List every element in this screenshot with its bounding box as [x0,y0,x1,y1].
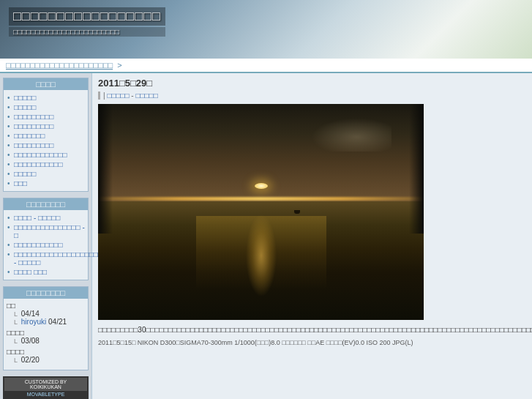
entry-date: 2011□5□29□ [98,78,532,89]
category-item[interactable]: □□□□□□□□□ [7,122,85,131]
category-item[interactable]: □□□□□□□□□ [7,141,85,150]
site-header: □□□□□□□□□□□□□□□□□ □□□□□□□□□□□□□□□□□□□□□□… [0,0,532,59]
recent-entries-title: □□□□□□□□ [4,198,88,210]
comment-2-date: 03/08 [21,337,40,345]
photo-boat [294,210,300,214]
recent-entry-item[interactable]: □□□□□□□□□□□□□□□□□□□□□□□□ - □□□□□ [7,250,85,267]
category-item[interactable]: □□□□□□□□□ [7,112,85,122]
recent-entry-item[interactable]: □□□□□□□□□□□□□□□ - □ [7,223,85,240]
comment-3-text: □□□□ [7,348,24,356]
photo-clouds [304,115,391,152]
recent-entries-list: □□□□ - □□□□□□□□□□□□□□□□□□□□ - □□□□□□□□□□… [7,213,85,277]
entry-description: □□□□□□□□□30□□□□□□□□□□□□□□□□□□□□□□□□□□□□□… [98,324,532,335]
site-subtitle: □□□□□□□□□□□□□□□□□□□□□□□□ [9,27,165,37]
category-item[interactable]: □□□□□ [7,169,85,179]
entry-nav: | □□□□□ - □□□□□ [98,92,532,100]
comment-1-sub1: 04/14 [14,310,85,318]
categories-box: □□□□ □□□□□□□□□□□□□□□□□□□□□□□□□□□□□□□□□□□… [3,78,89,192]
comment-1: □□ 04/14 hiroyuki 04/21 [7,302,85,326]
category-item[interactable]: □□□ [7,179,85,188]
comment-3-date: 02/20 [21,356,40,364]
navbar: □□□□□□□□□□□□□□□□□□□□□□ > [0,59,532,73]
comment-3-sub1: 02/20 [14,356,85,364]
photo-sun [255,183,268,189]
comment-2-sub1: 03/08 [14,337,85,345]
recent-entry-item[interactable]: □□□□□□□□□□□ [7,240,85,250]
category-item[interactable]: □□□□□□□ [7,131,85,141]
comment-1-sub1-text: 04/14 [21,310,40,318]
recent-comments-title: □□□□□□□□ [4,287,88,299]
photo-trees-left [98,104,113,234]
comment-1-text: □□ [7,302,15,310]
categories-title: □□□□ [4,78,88,90]
photo-trees-right [409,104,424,234]
mt-badge: CUSTOMIZED BYKOIKIKUKAN MOVABLETYPE [3,376,89,399]
main-content: 2011□5□29□ | □□□□□ - □□□□□ □□□□□□□□□30□□… [91,73,532,399]
comment-1-sub2-date: 04/21 [48,318,67,326]
entry-meta: 2011□5□15□ NIKON D300□SIGMA70-300mm 1/10… [98,338,532,348]
breadcrumb-sep: > [117,61,121,70]
photo-reflection-wide [196,216,326,289]
comment-1-sub2: hiroyuki 04/21 [14,318,85,326]
comment-3: □□□□ 02/20 [7,348,85,364]
category-item[interactable]: □□□□□□□□□□□□ [7,150,85,160]
comment-1-author: hiroyuki [21,318,46,326]
entry-photo [98,104,424,320]
comment-2: □□□□ 03/08 [7,329,85,345]
prev-entry-link[interactable]: □□□□□ [107,92,129,100]
category-item[interactable]: □□□□□ [7,102,85,112]
categories-list: □□□□□□□□□□□□□□□□□□□□□□□□□□□□□□□□□□□□□□□□… [7,93,85,188]
recent-entries-box: □□□□□□□□ □□□□ - □□□□□□□□□□□□□□□□□□□□ - □… [3,198,89,280]
next-entry-link[interactable]: □□□□□ [135,92,157,100]
recent-comments-box: □□□□□□□□ □□ 04/14 hiroyuki 04/21 □□□□ 03… [3,286,89,370]
category-item[interactable]: □□□□□ [7,93,85,102]
photo-horizon [98,197,424,201]
recent-entry-item[interactable]: □□□□ - □□□□□ [7,213,85,223]
left-sidebar: □□□□ □□□□□□□□□□□□□□□□□□□□□□□□□□□□□□□□□□□… [0,73,91,399]
category-item[interactable]: □□□□□□□□□□□ [7,160,85,169]
breadcrumb-home[interactable]: □□□□□□□□□□□□□□□□□□□□□□ [6,61,113,70]
comment-2-text: □□□□ [7,329,24,337]
recent-entry-item[interactable]: □□□□ □□□ [7,267,85,277]
site-title: □□□□□□□□□□□□□□□□□ [9,7,165,26]
